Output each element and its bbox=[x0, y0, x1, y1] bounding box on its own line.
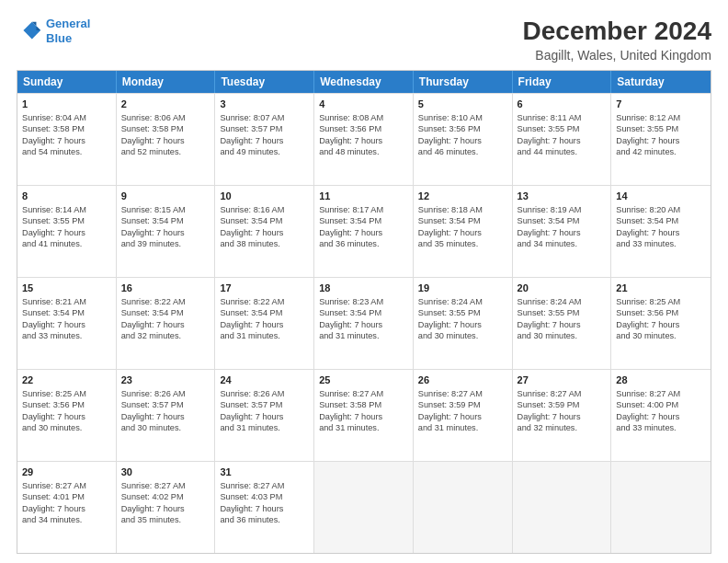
calendar-cell bbox=[611, 462, 711, 553]
calendar-cell: 25Sunrise: 8:27 AM Sunset: 3:58 PM Dayli… bbox=[314, 370, 414, 461]
calendar-cell: 8Sunrise: 8:14 AM Sunset: 3:55 PM Daylig… bbox=[17, 186, 117, 277]
calendar-cell bbox=[314, 462, 414, 553]
day-info: Sunrise: 8:10 AM Sunset: 3:56 PM Dayligh… bbox=[418, 112, 507, 158]
calendar-cell: 18Sunrise: 8:23 AM Sunset: 3:54 PM Dayli… bbox=[314, 278, 414, 369]
calendar-header-cell: Monday bbox=[117, 71, 216, 93]
calendar-header-row: SundayMondayTuesdayWednesdayThursdayFrid… bbox=[17, 71, 711, 93]
calendar-header-cell: Saturday bbox=[611, 71, 711, 93]
calendar-cell: 7Sunrise: 8:12 AM Sunset: 3:55 PM Daylig… bbox=[611, 94, 711, 185]
calendar-cell: 28Sunrise: 8:27 AM Sunset: 4:00 PM Dayli… bbox=[611, 370, 711, 461]
day-number: 24 bbox=[220, 373, 309, 387]
day-info: Sunrise: 8:24 AM Sunset: 3:55 PM Dayligh… bbox=[518, 296, 607, 342]
calendar-header-cell: Friday bbox=[513, 71, 612, 93]
calendar-cell bbox=[414, 462, 513, 553]
calendar-cell: 13Sunrise: 8:19 AM Sunset: 3:54 PM Dayli… bbox=[513, 186, 612, 277]
calendar-cell: 17Sunrise: 8:22 AM Sunset: 3:54 PM Dayli… bbox=[215, 278, 314, 369]
day-number: 7 bbox=[616, 98, 706, 111]
day-number: 21 bbox=[616, 282, 706, 295]
calendar-cell: 10Sunrise: 8:16 AM Sunset: 3:54 PM Dayli… bbox=[215, 186, 314, 277]
calendar-cell: 23Sunrise: 8:26 AM Sunset: 3:57 PM Dayli… bbox=[117, 370, 216, 461]
day-info: Sunrise: 8:27 AM Sunset: 3:58 PM Dayligh… bbox=[319, 388, 408, 434]
calendar: SundayMondayTuesdayWednesdayThursdayFrid… bbox=[17, 70, 711, 554]
calendar-cell: 19Sunrise: 8:24 AM Sunset: 3:55 PM Dayli… bbox=[414, 278, 513, 369]
day-info: Sunrise: 8:25 AM Sunset: 3:56 PM Dayligh… bbox=[22, 388, 111, 434]
day-info: Sunrise: 8:22 AM Sunset: 3:54 PM Dayligh… bbox=[121, 296, 210, 342]
day-info: Sunrise: 8:15 AM Sunset: 3:54 PM Dayligh… bbox=[121, 204, 210, 250]
day-info: Sunrise: 8:22 AM Sunset: 3:54 PM Dayligh… bbox=[220, 296, 309, 342]
day-info: Sunrise: 8:27 AM Sunset: 4:00 PM Dayligh… bbox=[616, 388, 706, 434]
day-info: Sunrise: 8:27 AM Sunset: 3:59 PM Dayligh… bbox=[518, 388, 607, 434]
calendar-week-row: 29Sunrise: 8:27 AM Sunset: 4:01 PM Dayli… bbox=[17, 461, 711, 553]
calendar-week-row: 15Sunrise: 8:21 AM Sunset: 3:54 PM Dayli… bbox=[17, 277, 711, 369]
calendar-week-row: 22Sunrise: 8:25 AM Sunset: 3:56 PM Dayli… bbox=[17, 369, 711, 461]
calendar-cell bbox=[513, 462, 612, 553]
day-info: Sunrise: 8:18 AM Sunset: 3:54 PM Dayligh… bbox=[418, 204, 507, 250]
day-number: 29 bbox=[22, 465, 111, 479]
day-number: 19 bbox=[418, 282, 507, 295]
day-number: 15 bbox=[22, 282, 111, 295]
day-number: 10 bbox=[220, 190, 309, 203]
day-number: 2 bbox=[121, 98, 210, 111]
day-info: Sunrise: 8:06 AM Sunset: 3:58 PM Dayligh… bbox=[121, 112, 210, 158]
calendar-cell: 14Sunrise: 8:20 AM Sunset: 3:54 PM Dayli… bbox=[611, 186, 711, 277]
day-number: 20 bbox=[518, 282, 607, 295]
calendar-week-row: 8Sunrise: 8:14 AM Sunset: 3:55 PM Daylig… bbox=[17, 185, 711, 277]
calendar-cell: 11Sunrise: 8:17 AM Sunset: 3:54 PM Dayli… bbox=[314, 186, 414, 277]
logo-text: General Blue bbox=[46, 17, 90, 45]
day-number: 4 bbox=[319, 98, 408, 111]
day-info: Sunrise: 8:26 AM Sunset: 3:57 PM Dayligh… bbox=[121, 388, 210, 434]
day-number: 9 bbox=[121, 190, 210, 203]
calendar-cell: 22Sunrise: 8:25 AM Sunset: 3:56 PM Dayli… bbox=[17, 370, 117, 461]
calendar-week-row: 1Sunrise: 8:04 AM Sunset: 3:58 PM Daylig… bbox=[17, 93, 711, 185]
subtitle: Bagillt, Wales, United Kingdom bbox=[523, 48, 711, 63]
calendar-cell: 31Sunrise: 8:27 AM Sunset: 4:03 PM Dayli… bbox=[215, 462, 314, 553]
header: General Blue December 2024 Bagillt, Wale… bbox=[17, 17, 711, 63]
day-info: Sunrise: 8:20 AM Sunset: 3:54 PM Dayligh… bbox=[616, 204, 706, 250]
day-number: 5 bbox=[418, 98, 507, 111]
day-info: Sunrise: 8:16 AM Sunset: 3:54 PM Dayligh… bbox=[220, 204, 309, 250]
logo-line1: General bbox=[46, 17, 90, 30]
day-number: 13 bbox=[518, 190, 607, 203]
day-info: Sunrise: 8:27 AM Sunset: 3:59 PM Dayligh… bbox=[418, 388, 507, 434]
calendar-header-cell: Thursday bbox=[414, 71, 513, 93]
calendar-header-cell: Wednesday bbox=[314, 71, 414, 93]
page: General Blue December 2024 Bagillt, Wale… bbox=[0, 0, 728, 563]
calendar-header-cell: Sunday bbox=[17, 71, 117, 93]
day-number: 6 bbox=[518, 98, 607, 111]
day-info: Sunrise: 8:19 AM Sunset: 3:54 PM Dayligh… bbox=[518, 204, 607, 250]
calendar-cell: 1Sunrise: 8:04 AM Sunset: 3:58 PM Daylig… bbox=[17, 94, 117, 185]
day-info: Sunrise: 8:27 AM Sunset: 4:03 PM Dayligh… bbox=[220, 480, 309, 526]
calendar-cell: 29Sunrise: 8:27 AM Sunset: 4:01 PM Dayli… bbox=[17, 462, 117, 553]
day-number: 3 bbox=[220, 98, 309, 111]
day-number: 28 bbox=[616, 373, 706, 387]
day-info: Sunrise: 8:26 AM Sunset: 3:57 PM Dayligh… bbox=[220, 388, 309, 434]
day-number: 1 bbox=[22, 98, 111, 111]
calendar-cell: 9Sunrise: 8:15 AM Sunset: 3:54 PM Daylig… bbox=[117, 186, 216, 277]
calendar-cell: 3Sunrise: 8:07 AM Sunset: 3:57 PM Daylig… bbox=[215, 94, 314, 185]
day-number: 31 bbox=[220, 465, 309, 479]
day-number: 30 bbox=[121, 465, 210, 479]
logo-icon bbox=[17, 18, 42, 44]
main-title: December 2024 bbox=[523, 17, 711, 46]
calendar-cell: 20Sunrise: 8:24 AM Sunset: 3:55 PM Dayli… bbox=[513, 278, 612, 369]
day-number: 27 bbox=[518, 373, 607, 387]
calendar-cell: 16Sunrise: 8:22 AM Sunset: 3:54 PM Dayli… bbox=[117, 278, 216, 369]
day-info: Sunrise: 8:25 AM Sunset: 3:56 PM Dayligh… bbox=[616, 296, 706, 342]
day-number: 14 bbox=[616, 190, 706, 203]
calendar-cell: 15Sunrise: 8:21 AM Sunset: 3:54 PM Dayli… bbox=[17, 278, 117, 369]
day-number: 26 bbox=[418, 373, 507, 387]
logo-line2: Blue bbox=[46, 31, 72, 45]
day-info: Sunrise: 8:21 AM Sunset: 3:54 PM Dayligh… bbox=[22, 296, 111, 342]
day-info: Sunrise: 8:24 AM Sunset: 3:55 PM Dayligh… bbox=[418, 296, 507, 342]
calendar-cell: 6Sunrise: 8:11 AM Sunset: 3:55 PM Daylig… bbox=[513, 94, 612, 185]
calendar-cell: 5Sunrise: 8:10 AM Sunset: 3:56 PM Daylig… bbox=[414, 94, 513, 185]
day-info: Sunrise: 8:27 AM Sunset: 4:02 PM Dayligh… bbox=[121, 480, 210, 526]
calendar-cell: 30Sunrise: 8:27 AM Sunset: 4:02 PM Dayli… bbox=[117, 462, 216, 553]
day-number: 25 bbox=[319, 373, 408, 387]
day-info: Sunrise: 8:17 AM Sunset: 3:54 PM Dayligh… bbox=[319, 204, 408, 250]
title-block: December 2024 Bagillt, Wales, United Kin… bbox=[523, 17, 711, 63]
day-info: Sunrise: 8:04 AM Sunset: 3:58 PM Dayligh… bbox=[22, 112, 111, 158]
day-number: 18 bbox=[319, 282, 408, 295]
calendar-body: 1Sunrise: 8:04 AM Sunset: 3:58 PM Daylig… bbox=[17, 93, 711, 553]
day-number: 8 bbox=[22, 190, 111, 203]
